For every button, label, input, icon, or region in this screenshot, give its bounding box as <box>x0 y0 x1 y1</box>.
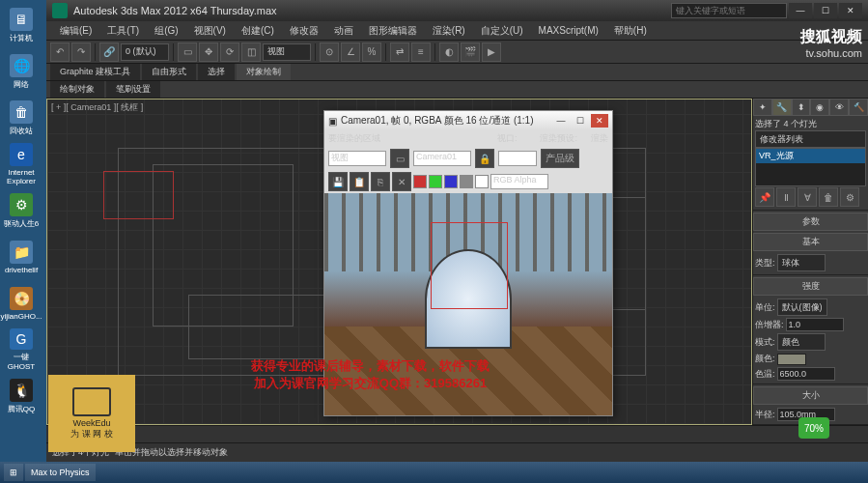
menu-create[interactable]: 创建(C) <box>234 24 282 38</box>
desktop-icon-ghost1[interactable]: 📀yijianGHO... <box>0 282 42 325</box>
start-button[interactable]: ⊞ <box>4 464 23 481</box>
help-search-input[interactable] <box>671 3 787 18</box>
type-dropdown[interactable]: 球体 <box>777 254 826 271</box>
subtab-brush[interactable]: 笔刷设置 <box>106 81 160 98</box>
unique-button[interactable]: ∀ <box>798 187 817 207</box>
undo-button[interactable]: ↶ <box>50 43 70 62</box>
scale-button[interactable]: ◫ <box>241 43 261 62</box>
menu-edit[interactable]: 编辑(E) <box>52 24 99 38</box>
menu-help[interactable]: 帮助(H) <box>606 24 655 38</box>
render-button-dlg[interactable]: 产品级 <box>541 149 579 168</box>
multiplier-input[interactable] <box>786 318 844 331</box>
menu-render[interactable]: 渲染(R) <box>425 24 473 38</box>
channel-a[interactable] <box>460 175 473 188</box>
subtab-paint[interactable]: 绘制对象 <box>50 81 104 98</box>
desktop-icon-ghost2[interactable]: G一键GHOST <box>0 328 42 371</box>
angle-snap-button[interactable]: ∠ <box>341 43 360 62</box>
menu-modifiers[interactable]: 修改器 <box>282 24 326 38</box>
windows-taskbar[interactable]: ⊞ Max to Physics <box>0 462 868 483</box>
desktop-icon-ie[interactable]: eInternet Explorer <box>0 143 42 185</box>
channel-b[interactable] <box>444 175 458 188</box>
preset-dropdown[interactable] <box>498 151 537 166</box>
copy-button[interactable]: 📋 <box>350 172 369 191</box>
tab-selection[interactable]: 选择 <box>198 64 235 80</box>
render-button[interactable]: ▶ <box>482 43 501 62</box>
menu-view[interactable]: 视图(V) <box>186 24 234 38</box>
desktop-icon-network[interactable]: 🌐网络 <box>0 50 42 93</box>
desktop-icon-computer[interactable]: 🖥计算机 <box>0 4 42 46</box>
area-dropdown[interactable]: 视图 <box>328 151 386 166</box>
rotate-button[interactable]: ⟳ <box>220 43 239 62</box>
desktop-icon-drivelife[interactable]: 📁drivethelif <box>0 236 42 278</box>
dialog-min-button[interactable]: — <box>552 114 570 128</box>
snap-button[interactable]: ⊙ <box>320 43 339 62</box>
redo-button[interactable]: ↷ <box>71 43 91 62</box>
show-end-button[interactable]: Ⅱ <box>776 187 796 207</box>
save-image-button[interactable]: 💾 <box>328 172 348 191</box>
channel-r[interactable] <box>413 175 427 188</box>
link-button[interactable]: 🔗 <box>99 43 119 62</box>
desktop-icon-recycle[interactable]: 🗑回收站 <box>0 97 42 139</box>
viewport-label[interactable]: [ + ][ Camera01 ][ 线框 ] <box>51 101 143 114</box>
rollout-size[interactable]: 大小 <box>753 386 868 405</box>
channel-mono[interactable] <box>475 175 489 188</box>
modifier-list-dropdown[interactable]: 修改器列表 <box>755 130 866 148</box>
percent-snap-button[interactable]: % <box>362 43 381 62</box>
menu-maxscript[interactable]: MAXScript(M) <box>531 25 606 36</box>
menu-animation[interactable]: 动画 <box>326 24 361 38</box>
menu-group[interactable]: 组(G) <box>147 24 185 38</box>
region-button[interactable]: ▭ <box>390 149 409 168</box>
timeline[interactable] <box>46 425 868 442</box>
menu-graph[interactable]: 图形编辑器 <box>361 24 425 38</box>
units-dropdown[interactable]: 默认(图像) <box>777 298 827 316</box>
app-title: Autodesk 3ds Max 2012 x64 Thursday.max <box>73 5 277 16</box>
move-button[interactable]: ✥ <box>199 43 218 62</box>
config-button[interactable]: ⚙ <box>840 187 859 207</box>
menu-tools[interactable]: 工具(T) <box>99 24 147 38</box>
rollout-strength[interactable]: 强度 <box>753 277 868 296</box>
material-editor-button[interactable]: ◐ <box>439 43 459 62</box>
tab-hierarchy-icon[interactable]: ⬍ <box>792 99 811 116</box>
viewport-dropdown[interactable]: Camera01 <box>413 151 471 166</box>
dialog-toolbar-3: 💾 📋 ⎘ ✕ RGB Alpha <box>324 170 612 193</box>
tab-motion-icon[interactable]: ◉ <box>810 99 829 116</box>
remove-button[interactable]: 🗑 <box>819 187 838 207</box>
dialog-titlebar[interactable]: ▣ Camera01, 帧 0, RGBA 颜色 16 位/通道 (1:1) —… <box>324 111 612 130</box>
tab-modify-icon[interactable]: 🔧 <box>772 99 792 116</box>
clone-button[interactable]: ⎘ <box>371 172 390 191</box>
close-button[interactable]: ✕ <box>839 3 862 18</box>
color-swatch[interactable] <box>777 354 806 365</box>
modifier-stack[interactable]: VR_光源 <box>755 148 866 186</box>
tab-display-icon[interactable]: 👁 <box>829 99 849 116</box>
dialog-close-button[interactable]: ✕ <box>591 114 608 128</box>
desktop-icon-driver[interactable]: ⚙驱动人生6 <box>0 189 42 232</box>
layer-dropdown[interactable]: 0 (默认) <box>121 43 169 61</box>
maximize-button[interactable]: ☐ <box>814 3 837 18</box>
channel-dropdown[interactable]: RGB Alpha <box>490 174 548 189</box>
select-button[interactable]: ▭ <box>178 43 197 62</box>
modifier-item[interactable]: VR_光源 <box>756 149 865 163</box>
tab-freeform[interactable]: 自由形式 <box>142 64 196 80</box>
temp-input[interactable] <box>777 367 835 381</box>
align-button[interactable]: ≡ <box>411 43 431 62</box>
clear-button[interactable]: ✕ <box>392 172 411 191</box>
menu-custom[interactable]: 自定义(U) <box>473 24 531 38</box>
taskbar-item[interactable]: Max to Physics <box>25 464 96 481</box>
rollout-params[interactable]: 参数 <box>753 213 868 231</box>
tab-create-icon[interactable]: ✦ <box>753 99 772 116</box>
minimize-button[interactable]: — <box>789 3 812 18</box>
weekedu-watermark: WeekEdu 为 课 网 校 <box>48 375 135 452</box>
desktop-icon-qq[interactable]: 🐧腾讯QQ <box>0 375 42 417</box>
rollout-basic[interactable]: 基本 <box>753 233 868 251</box>
pin-stack-button[interactable]: 📌 <box>755 187 774 207</box>
dialog-max-button[interactable]: ☐ <box>572 114 589 128</box>
mirror-button[interactable]: ⇄ <box>390 43 409 62</box>
render-setup-button[interactable]: 🎬 <box>461 43 480 62</box>
tab-utility-icon[interactable]: 🔨 <box>849 99 868 116</box>
tab-graphite[interactable]: Graphite 建模工具 <box>50 64 140 80</box>
channel-g[interactable] <box>429 175 442 188</box>
lock-icon[interactable]: 🔒 <box>475 149 494 168</box>
refcoord-dropdown[interactable]: 视图 <box>263 43 311 61</box>
mode-dropdown[interactable]: 颜色 <box>777 333 826 351</box>
tab-objectpaint[interactable]: 对象绘制 <box>237 64 291 80</box>
